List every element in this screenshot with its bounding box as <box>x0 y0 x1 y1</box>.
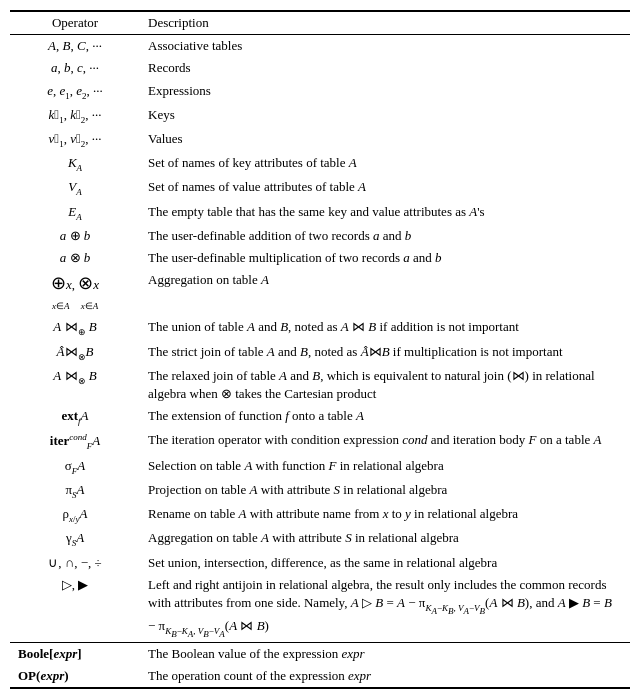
operator-cell: ρx/yA <box>10 503 140 527</box>
description-cell: Set union, intersection, difference, as … <box>140 552 630 574</box>
description-cell: Set of names of key attributes of table … <box>140 152 630 176</box>
description-cell: The user-definable addition of two recor… <box>140 225 630 247</box>
description-cell: The user-definable multiplication of two… <box>140 247 630 269</box>
table-row: EAThe empty table that has the same key … <box>10 201 630 225</box>
table-row: extfAThe extension of function f onto a … <box>10 405 630 429</box>
table-row: Boole[expr]The Boolean value of the expr… <box>10 642 630 665</box>
description-cell: The iteration operator with condition ex… <box>140 429 630 455</box>
operator-cell: ⊕x, ⊗xx∈A x∈A <box>10 269 140 316</box>
main-table-container: Operator Description A, B, C, ···Associa… <box>10 10 630 689</box>
table-row: itercondFAThe iteration operator with co… <box>10 429 630 455</box>
operator-cell: EA <box>10 201 140 225</box>
table-row: σFASelection on table A with function F … <box>10 455 630 479</box>
operator-cell: itercondFA <box>10 429 140 455</box>
operator-cell: πSA <box>10 479 140 503</box>
operator-cell: k⃗1, k⃗2, ··· <box>10 104 140 128</box>
table-row: ∪, ∩, −, ÷Set union, intersection, diffe… <box>10 552 630 574</box>
description-cell: Associative tables <box>140 35 630 58</box>
description-cell: The relaxed join of table A and B, which… <box>140 365 630 405</box>
description-cell: Keys <box>140 104 630 128</box>
table-row: ⊕x, ⊗xx∈A x∈AAggregation on table A <box>10 269 630 316</box>
operator-cell: ▷, ▶ <box>10 574 140 643</box>
table-row: e, e1, e2, ···Expressions <box>10 80 630 104</box>
operator-cell: OP(expr) <box>10 665 140 688</box>
operator-header: Operator <box>10 11 140 35</box>
operator-cell: ∪, ∩, −, ÷ <box>10 552 140 574</box>
description-cell: Rename on table A with attribute name fr… <box>140 503 630 527</box>
operator-cell: σFA <box>10 455 140 479</box>
operator-cell: extfA <box>10 405 140 429</box>
table-row: VASet of names of value attributes of ta… <box>10 176 630 200</box>
description-header: Description <box>140 11 630 35</box>
operator-cell: A ⋈⊗ B <box>10 365 140 405</box>
table-row: a ⊕ bThe user-definable addition of two … <box>10 225 630 247</box>
description-cell: The strict join of table A and B, noted … <box>140 341 630 365</box>
table-row: ▷, ▶Left and right antijoin in relationa… <box>10 574 630 643</box>
table-row: k⃗1, k⃗2, ···Keys <box>10 104 630 128</box>
description-cell: The extension of function f onto a table… <box>140 405 630 429</box>
operator-cell: Â⋈⊗B <box>10 341 140 365</box>
operator-cell: A, B, C, ··· <box>10 35 140 58</box>
table-row: ρx/yARename on table A with attribute na… <box>10 503 630 527</box>
table-row: a ⊗ bThe user-definable multiplication o… <box>10 247 630 269</box>
description-cell: The empty table that has the same key an… <box>140 201 630 225</box>
operator-cell: a ⊕ b <box>10 225 140 247</box>
operator-cell: v⃗1, v⃗2, ··· <box>10 128 140 152</box>
operator-cell: γSA <box>10 527 140 551</box>
description-cell: The operation count of the expression ex… <box>140 665 630 688</box>
table-row: γSAAggregation on table A with attribute… <box>10 527 630 551</box>
table-header-row: Operator Description <box>10 11 630 35</box>
table-row: KASet of names of key attributes of tabl… <box>10 152 630 176</box>
operator-cell: a, b, c, ··· <box>10 57 140 79</box>
operator-cell: A ⋈⊕ B <box>10 316 140 340</box>
table-row: A ⋈⊕ BThe union of table A and B, noted … <box>10 316 630 340</box>
description-cell: The Boolean value of the expression expr <box>140 642 630 665</box>
operator-cell: KA <box>10 152 140 176</box>
table-row: v⃗1, v⃗2, ···Values <box>10 128 630 152</box>
description-cell: Projection on table A with attribute S i… <box>140 479 630 503</box>
description-cell: Left and right antijoin in relational al… <box>140 574 630 643</box>
table-row: A ⋈⊗ BThe relaxed join of table A and B,… <box>10 365 630 405</box>
description-cell: Aggregation on table A <box>140 269 630 316</box>
operator-cell: e, e1, e2, ··· <box>10 80 140 104</box>
description-cell: Selection on table A with function F in … <box>140 455 630 479</box>
description-cell: Set of names of value attributes of tabl… <box>140 176 630 200</box>
operator-cell: a ⊗ b <box>10 247 140 269</box>
notation-table: Operator Description A, B, C, ···Associa… <box>10 10 630 689</box>
operator-cell: Boole[expr] <box>10 642 140 665</box>
table-row: A, B, C, ···Associative tables <box>10 35 630 58</box>
description-cell: Records <box>140 57 630 79</box>
description-cell: Expressions <box>140 80 630 104</box>
description-cell: The union of table A and B, noted as A ⋈… <box>140 316 630 340</box>
description-cell: Aggregation on table A with attribute S … <box>140 527 630 551</box>
operator-cell: VA <box>10 176 140 200</box>
table-row: a, b, c, ···Records <box>10 57 630 79</box>
table-row: πSAProjection on table A with attribute … <box>10 479 630 503</box>
table-row: OP(expr)The operation count of the expre… <box>10 665 630 688</box>
table-row: Â⋈⊗BThe strict join of table A and B, n… <box>10 341 630 365</box>
description-cell: Values <box>140 128 630 152</box>
